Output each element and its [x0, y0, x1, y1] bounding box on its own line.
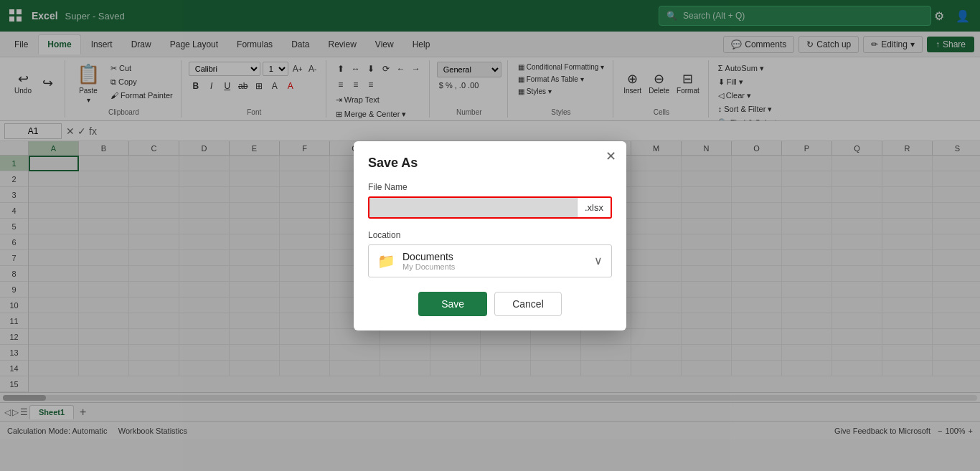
- dialog-actions: Save Cancel: [368, 292, 612, 316]
- modal-close-button[interactable]: ✕: [606, 150, 616, 163]
- location-dropdown[interactable]: 📁 Documents My Documents ∨: [368, 244, 612, 277]
- location-info: Documents My Documents: [402, 251, 587, 271]
- modal-overlay: ✕ Save As File Name .xlsx Location 📁 Doc…: [0, 0, 980, 471]
- file-extension: .xlsx: [577, 198, 611, 217]
- location-name: Documents: [402, 251, 587, 262]
- location-path: My Documents: [402, 262, 587, 271]
- file-name-row: .xlsx: [368, 196, 612, 219]
- save-as-dialog: ✕ Save As File Name .xlsx Location 📁 Doc…: [354, 141, 626, 330]
- location-chevron-icon: ∨: [594, 254, 603, 267]
- file-name-input[interactable]: [369, 198, 577, 217]
- file-name-label: File Name: [368, 182, 612, 192]
- save-button[interactable]: Save: [418, 292, 487, 316]
- location-label: Location: [368, 230, 612, 240]
- dialog-title: Save As: [368, 156, 612, 171]
- folder-icon: 📁: [377, 252, 395, 270]
- cancel-button[interactable]: Cancel: [494, 292, 562, 316]
